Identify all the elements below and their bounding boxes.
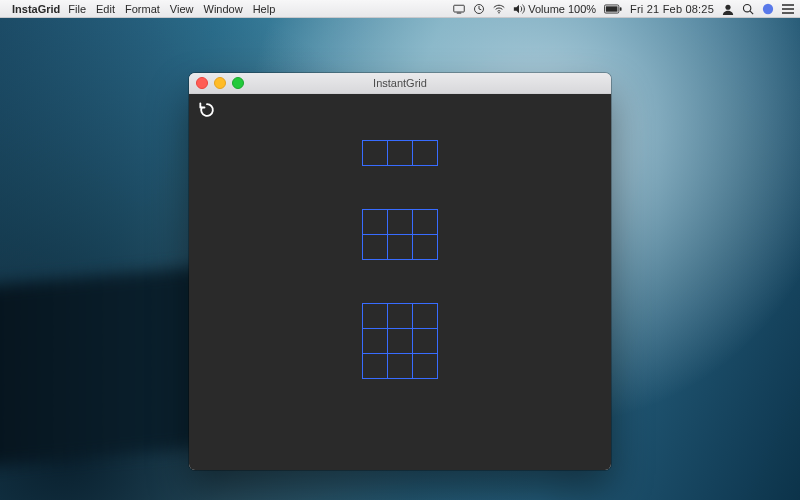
grid-size-chooser: [189, 140, 611, 470]
grid-cell: [412, 234, 438, 260]
menu-help[interactable]: Help: [253, 3, 276, 15]
svg-point-7: [743, 4, 750, 11]
grid-option-3x2[interactable]: [363, 209, 438, 259]
menu-format[interactable]: Format: [125, 3, 160, 15]
grid-option-3x3[interactable]: [363, 303, 438, 378]
grid-cell: [387, 209, 413, 235]
grid-cell: [387, 234, 413, 260]
time-machine-icon[interactable]: [473, 3, 485, 15]
window-titlebar[interactable]: InstantGrid: [189, 73, 611, 94]
svg-point-2: [498, 12, 500, 14]
svg-rect-5: [620, 7, 622, 11]
window-title: InstantGrid: [373, 77, 427, 89]
window-traffic-lights: [196, 77, 244, 89]
volume-percent: 100%: [568, 3, 596, 15]
grid-cell: [412, 353, 438, 379]
grid-cell: [362, 209, 388, 235]
grid-option-3x1[interactable]: [363, 140, 438, 165]
volume-status[interactable]: Volume 100%: [513, 3, 596, 15]
menu-edit[interactable]: Edit: [96, 3, 115, 15]
reset-button[interactable]: [197, 100, 217, 120]
notification-center-icon[interactable]: [782, 3, 794, 15]
control-center-icon[interactable]: [762, 3, 774, 15]
desktop-background: InstaGrid File Edit Format View Window H…: [0, 0, 800, 500]
user-icon[interactable]: [722, 3, 734, 15]
grid-cell: [362, 353, 388, 379]
grid-cell: [362, 328, 388, 354]
grid-cell: [387, 140, 413, 166]
app-name[interactable]: InstaGrid: [12, 3, 60, 15]
grid-cell: [412, 140, 438, 166]
grid-cell: [387, 353, 413, 379]
menu-window[interactable]: Window: [204, 3, 243, 15]
wifi-icon[interactable]: [493, 3, 505, 15]
menu-view[interactable]: View: [170, 3, 194, 15]
grid-cell: [387, 303, 413, 329]
macos-menubar: InstaGrid File Edit Format View Window H…: [0, 0, 800, 18]
spotlight-icon[interactable]: [742, 3, 754, 15]
svg-rect-4: [606, 6, 618, 11]
grid-cell: [362, 303, 388, 329]
menubar-status-area: Volume 100% Fri 21 Feb 08:25: [453, 3, 794, 15]
grid-cell: [387, 328, 413, 354]
volume-label: Volume: [528, 3, 565, 15]
svg-rect-0: [454, 5, 465, 12]
menu-file[interactable]: File: [68, 3, 86, 15]
window-close-button[interactable]: [196, 77, 208, 89]
window-minimize-button[interactable]: [214, 77, 226, 89]
svg-point-6: [725, 4, 730, 9]
grid-cell: [362, 140, 388, 166]
grid-cell: [362, 234, 388, 260]
screen-mirroring-icon[interactable]: [453, 3, 465, 15]
menubar-clock[interactable]: Fri 21 Feb 08:25: [630, 3, 714, 15]
grid-cell: [412, 328, 438, 354]
battery-icon[interactable]: [604, 3, 622, 15]
app-menus: File Edit Format View Window Help: [68, 3, 275, 15]
grid-cell: [412, 303, 438, 329]
grid-cell: [412, 209, 438, 235]
svg-point-8: [763, 3, 773, 13]
app-window: InstantGrid: [189, 73, 611, 470]
window-content: [189, 94, 611, 470]
window-zoom-button[interactable]: [232, 77, 244, 89]
